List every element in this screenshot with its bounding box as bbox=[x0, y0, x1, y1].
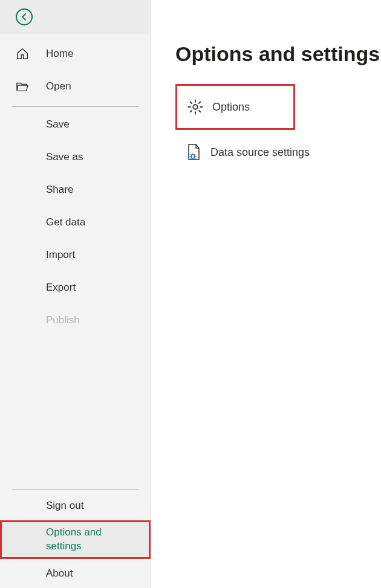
nav-item-label: Save as bbox=[46, 151, 83, 163]
file-gear-icon bbox=[185, 143, 210, 161]
nav-item-label: Import bbox=[46, 249, 75, 261]
nav-item-label: Open bbox=[46, 80, 71, 92]
option-row-label: Options bbox=[212, 101, 250, 114]
nav-item-label: Options and settings bbox=[46, 526, 137, 554]
nav-item-label: About bbox=[46, 567, 73, 581]
nav-item-label: Get data bbox=[46, 216, 85, 228]
back-button[interactable] bbox=[0, 0, 151, 34]
nav-item-share[interactable]: Share bbox=[0, 173, 151, 206]
divider bbox=[12, 489, 138, 490]
nav-item-publish: Publish bbox=[0, 304, 151, 337]
nav-item-import[interactable]: Import bbox=[0, 239, 151, 271]
option-row-label: Data source settings bbox=[210, 146, 310, 159]
nav-item-label: Export bbox=[46, 282, 76, 294]
nav-item-label: Publish bbox=[46, 314, 80, 326]
nav-item-save[interactable]: Save bbox=[0, 108, 151, 141]
main-content: Options and settings Options Data source… bbox=[151, 0, 381, 588]
bottom-nav: Sign out Options and settings About bbox=[0, 486, 151, 588]
page-title: Options and settings bbox=[175, 42, 381, 66]
option-row-data-source-settings[interactable]: Data source settings bbox=[175, 131, 333, 173]
home-icon bbox=[16, 47, 46, 60]
gear-icon bbox=[187, 99, 212, 115]
nav-list: Home Open Save Save as Share Get data bbox=[0, 34, 151, 337]
nav-item-label: Share bbox=[46, 184, 73, 196]
folder-open-icon bbox=[16, 80, 46, 92]
nav-item-label: Home bbox=[46, 48, 73, 60]
nav-item-label: Save bbox=[46, 118, 70, 131]
nav-item-home[interactable]: Home bbox=[0, 37, 151, 70]
nav-item-options-and-settings[interactable]: Options and settings bbox=[0, 520, 151, 559]
spacer bbox=[0, 337, 151, 486]
svg-point-0 bbox=[193, 105, 197, 109]
nav-item-save-as[interactable]: Save as bbox=[0, 141, 151, 173]
sidebar: Home Open Save Save as Share Get data bbox=[0, 0, 151, 588]
nav-item-get-data[interactable]: Get data bbox=[0, 206, 151, 239]
nav-item-sign-out[interactable]: Sign out bbox=[0, 491, 151, 520]
nav-item-export[interactable]: Export bbox=[0, 271, 151, 304]
nav-item-open[interactable]: Open bbox=[0, 70, 151, 103]
nav-item-label: Sign out bbox=[46, 499, 83, 513]
nav-item-about[interactable]: About bbox=[0, 559, 151, 588]
divider bbox=[12, 106, 138, 107]
back-arrow-icon bbox=[16, 8, 33, 25]
highlight-options: Options bbox=[175, 84, 295, 130]
option-row-options[interactable]: Options bbox=[177, 86, 293, 128]
